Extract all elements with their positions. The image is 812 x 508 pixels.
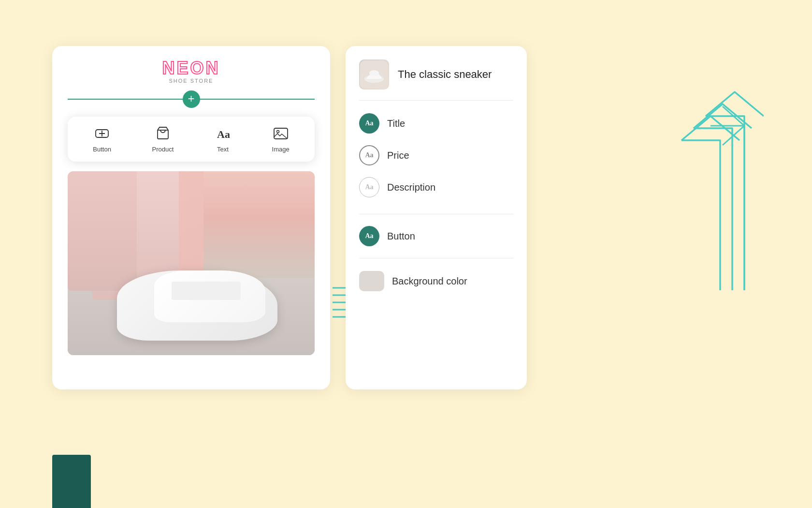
- widget-image[interactable]: Image: [264, 125, 297, 153]
- plus-icon: +: [188, 93, 194, 105]
- product-thumbnail: [359, 60, 389, 90]
- button-badge-text: Aa: [365, 232, 373, 240]
- svg-text:Aa: Aa: [217, 128, 230, 140]
- title-badge: Aa: [359, 113, 379, 134]
- sneaker-scene: [68, 171, 315, 355]
- button-badge: Aa: [359, 226, 379, 246]
- right-properties-panel: The classic sneaker Aa Title Aa Price Aa…: [346, 46, 527, 389]
- button-property-label: Button: [387, 231, 415, 242]
- description-property-label: Description: [387, 182, 435, 193]
- divider-2: [359, 214, 513, 214]
- image-widget-label: Image: [272, 146, 290, 153]
- store-header: NEON Shoe store: [52, 46, 330, 90]
- property-description-row[interactable]: Aa Description: [346, 171, 527, 203]
- text-icon: Aa: [215, 125, 231, 142]
- image-icon: [273, 125, 289, 142]
- button-icon: [94, 125, 110, 142]
- property-list: Aa Title Aa Price Aa Description: [346, 101, 527, 210]
- title-property-label: Title: [387, 118, 405, 129]
- widget-toolbar: Button Product Aa Text: [68, 117, 315, 162]
- product-widget-label: Product: [152, 146, 174, 153]
- widget-button[interactable]: Button: [85, 125, 119, 153]
- property-title-row[interactable]: Aa Title: [346, 107, 527, 139]
- button-widget-label: Button: [93, 146, 111, 153]
- store-logo: NEON: [162, 60, 220, 77]
- store-subtitle: Shoe store: [169, 78, 214, 84]
- property-price-row[interactable]: Aa Price: [346, 139, 527, 171]
- product-image-area: [68, 171, 315, 355]
- background-color-label: Background color: [392, 276, 467, 287]
- description-badge: Aa: [359, 177, 379, 197]
- teal-lines-decoration: [333, 283, 347, 322]
- teal-accent-rect: [52, 455, 91, 508]
- product-preview-row[interactable]: The classic sneaker: [346, 46, 527, 100]
- product-title: The classic sneaker: [398, 68, 492, 81]
- property-button-row[interactable]: Aa Button: [346, 218, 527, 254]
- svg-point-8: [276, 131, 279, 133]
- add-section-button[interactable]: +: [183, 90, 200, 108]
- widget-product[interactable]: Product: [145, 125, 182, 153]
- title-badge-text: Aa: [365, 120, 373, 127]
- background-color-row[interactable]: Background color: [346, 262, 527, 300]
- background-color-swatch: [359, 271, 384, 291]
- svg-point-11: [369, 70, 379, 76]
- text-widget-label: Text: [217, 146, 229, 153]
- price-property-label: Price: [387, 150, 409, 161]
- left-editor-panel: NEON Shoe store + Button: [52, 46, 330, 389]
- widget-text[interactable]: Aa Text: [207, 125, 239, 153]
- add-section-row: +: [52, 90, 330, 108]
- description-badge-text: Aa: [365, 183, 373, 191]
- arrow-decoration: [648, 68, 764, 319]
- price-badge-text: Aa: [365, 151, 373, 159]
- price-badge: Aa: [359, 145, 379, 165]
- divider-3: [359, 258, 513, 258]
- product-icon: [155, 125, 171, 142]
